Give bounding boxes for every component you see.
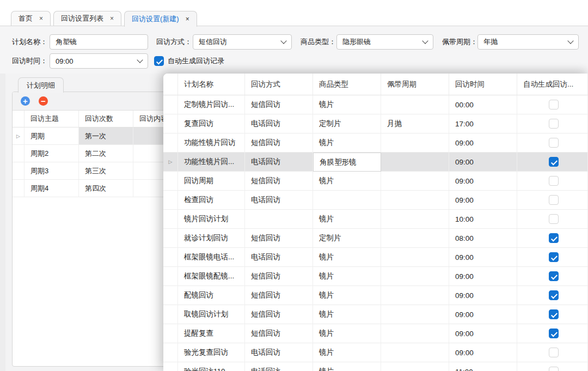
plans-cell[interactable]: 电话回访 [245,362,313,371]
plans-cell[interactable]: 框架眼镜配镜... [178,267,245,286]
plans-cell[interactable]: 验光复查回访 [178,343,245,362]
plans-cell[interactable]: 验光回访110 [178,362,245,371]
plans-cell[interactable]: 电话回访 [245,343,313,362]
detail-cell[interactable]: 第四次 [79,180,133,197]
plans-cell[interactable]: 复查回访 [178,114,245,133]
plans-cell[interactable] [381,248,449,267]
auto-generate-checkbox[interactable] [549,233,559,243]
tab-visit-settings-new-close-icon[interactable]: × [186,16,189,22]
plans-cell[interactable]: 电话回访 [245,114,313,133]
plans-row[interactable]: 定制镜片回访...短信回访镜片00:00 [163,95,588,114]
plans-cell[interactable]: 09:00 [449,324,517,343]
column-header[interactable]: 自动生成回访... [517,74,588,95]
auto-generate-checkbox[interactable] [549,195,559,205]
plans-row[interactable]: 取镜回访计划短信回访镜片09:00 [163,305,588,324]
auto-record-checkbox[interactable] [154,56,164,66]
detail-cell[interactable]: 周期2 [24,145,79,162]
add-row-button[interactable]: + [21,96,30,106]
plans-cell[interactable]: 09:00 [449,343,517,362]
plans-cell[interactable]: 镜片 [313,286,381,305]
plans-cell[interactable]: 17:00 [449,114,517,133]
plans-cell[interactable]: 00:00 [449,95,517,114]
plans-cell[interactable]: 配镜回访 [178,286,245,305]
plans-cell[interactable]: 09:00 [449,172,517,191]
auto-generate-checkbox[interactable] [549,348,559,357]
plans-cell[interactable]: 08:00 [449,229,517,248]
plans-cell[interactable]: 短信回访 [245,324,313,343]
auto-generate-checkbox[interactable] [549,176,559,186]
plans-cell[interactable] [381,210,449,229]
auto-generate-checkbox[interactable] [549,271,559,281]
plans-cell[interactable]: 就诊计划回访 [178,229,245,248]
detail-cell[interactable]: 周期4 [24,180,79,197]
visit-method-select[interactable]: 短信回访 [193,34,292,50]
tab-home-close-icon[interactable]: × [39,15,43,22]
plans-cell[interactable]: 定制片 [313,229,381,248]
plans-cell[interactable]: 09:00 [449,286,517,305]
plans-cell[interactable]: 回访周期 [178,172,245,191]
remove-row-button[interactable]: − [39,96,48,106]
plans-row[interactable]: 回访周期短信回访镜片09:00 [163,172,588,191]
plans-cell[interactable]: 短信回访 [245,267,313,286]
plan-name-input[interactable]: 角塑镜 [50,34,148,50]
column-header[interactable]: 回访次数 [79,111,133,127]
plans-row[interactable]: 框架眼镜电话...电话回访镜片09:00 [163,248,588,267]
plans-cell[interactable]: 镜片 [313,343,381,362]
plans-row[interactable]: 框架眼镜配镜...短信回访镜片09:00 [163,267,588,286]
column-header[interactable]: 商品类型 [313,74,381,95]
plans-cell[interactable]: 09:00 [449,153,517,172]
plans-cell[interactable]: 镜片 [313,267,381,286]
auto-generate-checkbox[interactable] [549,119,559,129]
plans-cell[interactable] [313,191,381,210]
plans-row[interactable]: 验光复查回访电话回访镜片09:00 [163,343,588,362]
column-header[interactable]: 回访主题 [24,111,79,127]
plans-cell[interactable]: 角膜塑形镜 [313,153,381,172]
plans-cell[interactable]: 检查回访 [178,191,245,210]
plans-cell[interactable] [381,95,449,114]
plans-cell[interactable]: 电话回访 [245,153,313,172]
plans-cell[interactable] [381,343,449,362]
auto-generate-checkbox[interactable] [549,214,559,224]
plans-row[interactable]: 就诊计划回访短信回访定制片08:00 [163,229,588,248]
plans-row[interactable]: 检查回访电话回访09:00 [163,191,588,210]
plans-cell[interactable]: 10:00 [449,210,517,229]
plans-cell[interactable] [381,324,449,343]
plans-cell[interactable]: 电话回访 [245,191,313,210]
plans-cell[interactable]: 短信回访 [245,286,313,305]
plans-cell[interactable]: 框架眼镜电话... [178,248,245,267]
auto-generate-checkbox[interactable] [549,100,559,110]
auto-generate-checkbox[interactable] [549,252,559,262]
plans-cell[interactable] [245,210,313,229]
plans-row[interactable]: 提醒复查短信回访镜片09:00 [163,324,588,343]
plans-cell[interactable]: 取镜回访计划 [178,305,245,324]
plans-cell[interactable]: 镜片 [313,210,381,229]
auto-generate-checkbox[interactable] [549,138,559,148]
auto-generate-checkbox[interactable] [549,367,559,371]
detail-cell[interactable]: 第一次 [79,127,133,145]
plans-cell[interactable]: 功能性镜片回访 [178,133,245,153]
plans-row[interactable]: 验光回访110电话回访镜片11:00 [163,362,588,371]
tab-home[interactable]: 首页 × [11,11,51,26]
plans-cell[interactable]: 定制镜片回访... [178,95,245,114]
plans-cell[interactable]: 镜片 [313,248,381,267]
plans-cell[interactable] [381,133,449,153]
plans-cell[interactable]: 09:00 [449,133,517,153]
plans-row[interactable]: 复查回访电话回访定制片月抛17:00 [163,114,588,133]
plans-cell[interactable]: 09:00 [449,305,517,324]
auto-generate-checkbox[interactable] [549,290,559,300]
plans-cell[interactable]: 定制片 [313,114,381,133]
tab-visit-settings-list-close-icon[interactable]: × [110,15,114,22]
column-header[interactable]: 佩带周期 [381,74,449,95]
detail-cell[interactable]: 第三次 [79,162,133,180]
plans-cell[interactable]: 镜片 [313,305,381,324]
plans-cell[interactable] [381,362,449,371]
column-header[interactable]: 计划名称 [178,74,245,95]
plans-cell[interactable]: 电话回访 [245,248,313,267]
product-type-select[interactable]: 隐形眼镜 [336,34,433,50]
plans-cell[interactable]: 短信回访 [245,172,313,191]
plans-cell[interactable]: 功能性镜片回... [178,153,245,172]
tab-plan-detail[interactable]: 计划明细 [18,77,64,93]
plans-cell[interactable]: 镜片 [313,172,381,191]
plans-cell[interactable]: 短信回访 [245,305,313,324]
detail-cell[interactable]: 第二次 [79,145,133,162]
